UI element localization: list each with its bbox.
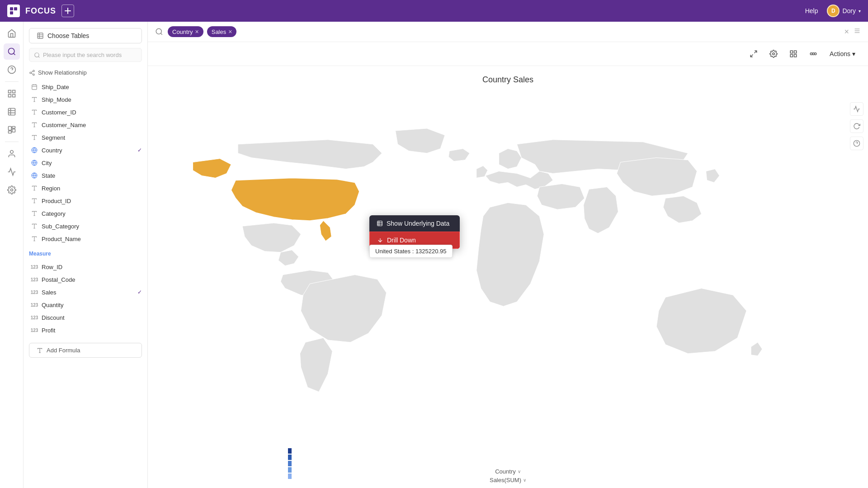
field-type-icon: 123	[31, 301, 38, 308]
chip-close-icon[interactable]: ×	[195, 28, 199, 35]
color-bar-5	[288, 448, 292, 454]
refresh-icon-btn[interactable]	[850, 119, 863, 133]
dimension-field-product_id[interactable]: Product_ID	[24, 194, 147, 207]
field-type-icon	[31, 235, 38, 242]
field-label: Discount	[42, 314, 65, 321]
help-link[interactable]: Help	[805, 7, 818, 14]
chart-settings-button[interactable]	[766, 47, 781, 61]
measure-field-discount[interactable]: 123 Discount	[24, 311, 147, 324]
chip-label: Country	[172, 28, 193, 35]
measure-section-label: Measure	[24, 247, 147, 259]
field-type-icon	[31, 83, 38, 90]
search-row: Country×Sales× ×	[148, 22, 868, 42]
dimension-field-ship_date[interactable]: Ship_Date	[24, 81, 147, 93]
svg-rect-10	[12, 95, 15, 97]
search-clear-button[interactable]: ×	[844, 27, 849, 37]
field-label: Ship_Date	[42, 84, 69, 90]
add-formula-label: Add Formula	[47, 347, 80, 354]
left-panel: Choose Tables Please input the search wo…	[24, 22, 148, 488]
svg-point-26	[35, 52, 39, 57]
sidebar-divider-2	[5, 142, 19, 142]
sidebar-item-help[interactable]	[4, 62, 20, 78]
dimension-field-ship_mode[interactable]: Ship_Mode	[24, 93, 147, 106]
measure-field-row_id[interactable]: 123 Row_ID	[24, 261, 147, 273]
icon-sidebar	[0, 22, 24, 488]
dimension-field-country[interactable]: Country ✓	[24, 144, 147, 156]
svg-point-20	[10, 151, 13, 154]
show-underlying-data-item[interactable]: Show Underlying Data	[369, 215, 460, 232]
search-icon[interactable]	[155, 28, 163, 36]
world-map[interactable]	[148, 89, 868, 465]
field-label: Profit	[42, 327, 55, 334]
toolbar-row: Actions ▾	[148, 42, 868, 66]
search-settings-button[interactable]	[854, 27, 861, 36]
add-formula-button[interactable]: Add Formula	[29, 343, 142, 358]
new-tab-button[interactable]	[61, 5, 74, 17]
svg-point-29	[30, 72, 32, 74]
dimension-field-segment[interactable]: Segment	[24, 131, 147, 144]
chip-close-icon[interactable]: ×	[228, 28, 232, 35]
dimension-field-product_name[interactable]: Product_Name	[24, 232, 147, 245]
grid-view-button[interactable]	[786, 47, 801, 61]
field-search-box[interactable]: Please input the search words	[29, 48, 142, 62]
sidebar-item-analytics[interactable]	[4, 164, 20, 180]
dimension-field-state[interactable]: State	[24, 169, 147, 182]
measure-field-sales[interactable]: 123 Sales ✓	[24, 286, 147, 298]
sidebar-item-search[interactable]	[4, 43, 20, 60]
actions-label: Actions	[830, 50, 850, 57]
sidebar-item-views[interactable]	[4, 85, 20, 102]
dimension-field-customer_id[interactable]: Customer_ID	[24, 106, 147, 118]
field-type-icon: 123	[31, 327, 38, 334]
measure-field-profit[interactable]: 123 Profit	[24, 324, 147, 336]
field-label: Product_ID	[42, 198, 71, 204]
measure-fields-list: 123 Row_ID 123 Postal_Code 123 Sales ✓ 1…	[24, 259, 147, 338]
sidebar-item-settings[interactable]	[4, 182, 20, 198]
legend-country-chevron-icon: ∨	[518, 469, 521, 474]
field-label: Country	[42, 147, 62, 154]
fit-view-button[interactable]	[746, 47, 761, 61]
sidebar-item-users[interactable]	[4, 146, 20, 162]
user-name: Dory	[842, 7, 856, 14]
show-relationship-btn[interactable]: Show Relationship	[24, 66, 147, 79]
color-bar-1	[288, 474, 292, 479]
chart-area: Country Sales	[148, 66, 868, 488]
field-type-icon	[31, 109, 38, 116]
field-check-icon: ✓	[137, 289, 142, 295]
actions-chevron-icon: ▾	[852, 50, 855, 57]
sidebar-item-table[interactable]	[4, 104, 20, 120]
line-chart-icon-btn[interactable]	[850, 102, 863, 116]
svg-line-44	[160, 33, 162, 34]
actions-button[interactable]: Actions ▾	[826, 48, 859, 59]
help-icon-btn[interactable]	[850, 137, 863, 150]
user-dropdown-icon: ▾	[859, 9, 861, 14]
measure-field-postal_code[interactable]: 123 Postal_Code	[24, 273, 147, 286]
dimension-field-region[interactable]: Region	[24, 182, 147, 194]
svg-rect-17	[12, 127, 15, 128]
field-type-icon: 123	[31, 276, 38, 283]
filter-button[interactable]	[806, 47, 821, 61]
country-chip[interactable]: Country×	[168, 26, 203, 37]
sidebar-item-dashboard[interactable]	[4, 122, 20, 138]
legend-sales-item[interactable]: Sales(SUM) ∨	[490, 477, 526, 483]
field-type-icon	[31, 134, 38, 141]
svg-rect-18	[12, 129, 15, 132]
dimension-field-category[interactable]: Category	[24, 207, 147, 220]
legend-country-item[interactable]: Country ∨	[495, 468, 521, 475]
chart-legend: Country ∨ Sales(SUM) ∨	[490, 468, 526, 483]
legend-sales-label: Sales(SUM)	[490, 477, 521, 483]
legend-country-label: Country	[495, 468, 516, 475]
svg-point-43	[156, 28, 161, 34]
dimension-field-customer_name[interactable]: Customer_Name	[24, 118, 147, 131]
sidebar-item-home[interactable]	[4, 25, 20, 42]
dimension-field-sub_category[interactable]: Sub_Category	[24, 220, 147, 232]
color-bar-3	[288, 461, 292, 466]
user-menu[interactable]: D Dory ▾	[827, 5, 861, 17]
field-label: Quantity	[42, 302, 63, 308]
svg-rect-50	[794, 51, 797, 53]
measure-field-quantity[interactable]: 123 Quantity	[24, 298, 147, 311]
choose-tables-button[interactable]: Choose Tables	[29, 28, 142, 43]
color-bar-4	[288, 455, 292, 460]
dimension-field-city[interactable]: City	[24, 156, 147, 169]
show-relationship-label: Show Relationship	[38, 69, 87, 76]
sales-chip[interactable]: Sales×	[207, 26, 237, 37]
